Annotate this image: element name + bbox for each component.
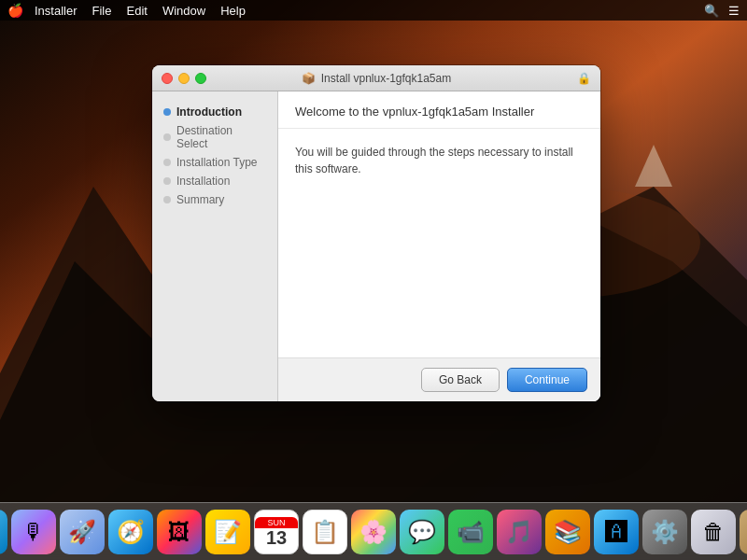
go-back-button[interactable]: Go Back bbox=[421, 368, 500, 392]
step-indicator bbox=[163, 177, 171, 185]
dock-icon-itunes[interactable]: 🎵 bbox=[497, 510, 542, 554]
close-button[interactable] bbox=[162, 73, 173, 84]
menu-window[interactable]: Window bbox=[162, 4, 205, 18]
dock: 🗂 🎙 🚀 🧭 🖼 📝 SUN 13 📋 🌸 💬 📹 🎵 📚 🅰 ⚙️ 🗑 📦 bbox=[0, 502, 747, 560]
dock-icon-photos[interactable]: 🌸 bbox=[351, 510, 396, 554]
content-title: Welcome to the vpnlux-1gfqk1a5am Install… bbox=[295, 105, 584, 119]
content-description: You will be guided through the steps nec… bbox=[295, 144, 584, 177]
step-indicator bbox=[163, 196, 171, 203]
window-body: Introduction Destination Select Installa… bbox=[152, 91, 600, 401]
dock-icon-appstore[interactable]: 🅰 bbox=[594, 510, 639, 554]
dock-icon-notes[interactable]: 📝 bbox=[205, 510, 250, 554]
dock-icon-reminders[interactable]: 📋 bbox=[303, 510, 347, 554]
sidebar-item-summary: Summary bbox=[152, 190, 277, 209]
menu-extras-icon[interactable]: ☰ bbox=[728, 4, 740, 18]
dock-icon-siri[interactable]: 🎙 bbox=[11, 510, 56, 554]
menu-help[interactable]: Help bbox=[220, 4, 246, 18]
traffic-lights bbox=[162, 73, 206, 84]
menu-installer[interactable]: Installer bbox=[35, 4, 78, 18]
step-indicator bbox=[163, 159, 171, 166]
dock-icon-finder[interactable]: 🗂 bbox=[0, 510, 7, 554]
sidebar-item-introduction[interactable]: Introduction bbox=[152, 103, 277, 121]
sidebar-item-destination: Destination Select bbox=[152, 121, 277, 153]
main-content: Welcome to the vpnlux-1gfqk1a5am Install… bbox=[278, 91, 600, 401]
dock-icon-photos-gallery[interactable]: 🖼 bbox=[157, 510, 202, 554]
dock-icon-safari[interactable]: 🧭 bbox=[108, 510, 153, 554]
menubar: 🍎 Installer File Edit Window Help 🔍 ☰ bbox=[0, 0, 747, 21]
sidebar-item-installation: Installation bbox=[152, 172, 277, 190]
button-area: Go Back Continue bbox=[278, 357, 600, 401]
content-header: Welcome to the vpnlux-1gfqk1a5am Install… bbox=[278, 91, 600, 129]
window-title-icon: 📦 bbox=[302, 72, 316, 85]
search-icon[interactable]: 🔍 bbox=[704, 4, 719, 18]
continue-button[interactable]: Continue bbox=[507, 368, 587, 392]
installer-window: 📦 Install vpnlux-1gfqk1a5am 🔒 Introducti… bbox=[152, 65, 600, 401]
sidebar-item-installation-type: Installation Type bbox=[152, 153, 277, 172]
dock-icon-ibooks[interactable]: 📚 bbox=[545, 510, 590, 554]
maximize-button[interactable] bbox=[195, 73, 206, 84]
window-title: 📦 Install vpnlux-1gfqk1a5am bbox=[302, 72, 451, 85]
lock-icon: 🔒 bbox=[577, 72, 591, 85]
dock-icon-calendar[interactable]: SUN 13 bbox=[254, 510, 299, 554]
step-indicator bbox=[163, 133, 171, 141]
content-body: You will be guided through the steps nec… bbox=[278, 129, 600, 357]
dock-icon-sysprefs[interactable]: ⚙️ bbox=[642, 510, 687, 554]
apple-menu[interactable]: 🍎 bbox=[7, 3, 23, 18]
sidebar: Introduction Destination Select Installa… bbox=[152, 91, 278, 401]
dock-icon-facetime[interactable]: 📹 bbox=[448, 510, 493, 554]
step-indicator bbox=[163, 108, 171, 116]
menu-edit[interactable]: Edit bbox=[126, 4, 147, 18]
minimize-button[interactable] bbox=[178, 73, 190, 84]
dock-icon-messages[interactable]: 💬 bbox=[400, 510, 444, 554]
dock-icon-launchpad[interactable]: 🚀 bbox=[60, 510, 105, 554]
dock-icon-trash[interactable]: 🗑 bbox=[691, 510, 736, 554]
menu-file[interactable]: File bbox=[92, 4, 112, 18]
dock-icon-installer-pkg[interactable]: 📦 bbox=[740, 510, 747, 554]
title-bar: 📦 Install vpnlux-1gfqk1a5am 🔒 bbox=[152, 65, 600, 91]
